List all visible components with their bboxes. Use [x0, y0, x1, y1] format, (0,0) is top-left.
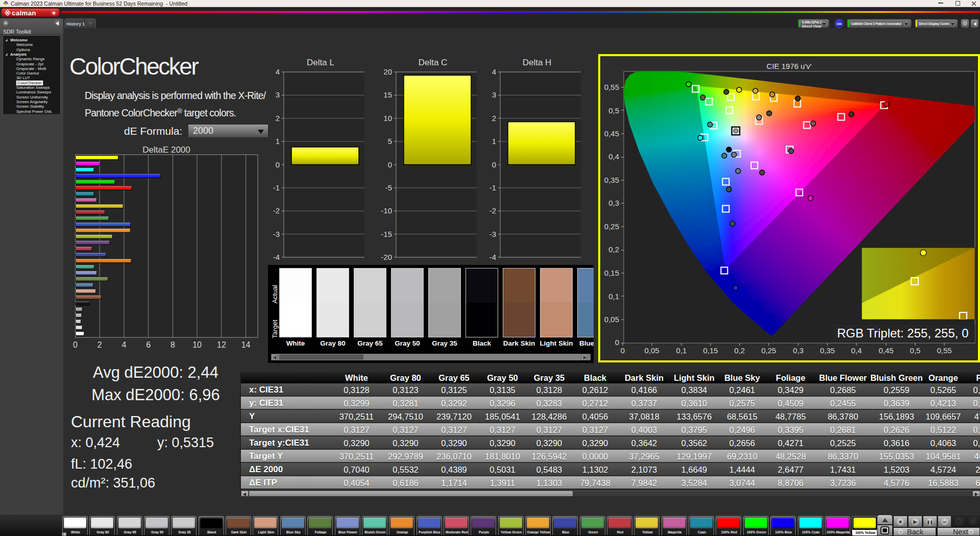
svg-text:-1: -1: [489, 183, 496, 192]
svg-text:0,2: 0,2: [734, 346, 745, 355]
svg-text:10: 10: [383, 114, 392, 123]
svg-text:0,05: 0,05: [644, 346, 659, 355]
svg-text:5: 5: [388, 137, 392, 145]
svg-text:0,25: 0,25: [604, 222, 619, 231]
svg-text:Delta L: Delta L: [307, 58, 334, 67]
svg-text:Delta C: Delta C: [419, 58, 448, 67]
svg-text:0,3: 0,3: [608, 199, 619, 207]
svg-text:-5: -5: [385, 183, 392, 192]
svg-text:2: 2: [492, 114, 496, 123]
svg-text:0: 0: [615, 338, 619, 347]
svg-text:0,5: 0,5: [910, 346, 921, 355]
svg-text:-4: -4: [489, 253, 496, 261]
svg-text:10: 10: [192, 340, 202, 349]
svg-text:-2: -2: [273, 206, 280, 215]
svg-text:0,15: 0,15: [604, 269, 619, 277]
svg-text:0: 0: [621, 346, 625, 355]
svg-text:0,1: 0,1: [676, 346, 687, 355]
svg-text:0: 0: [276, 160, 280, 169]
svg-text:12: 12: [217, 340, 226, 349]
svg-text:0,05: 0,05: [604, 315, 619, 324]
svg-text:0,35: 0,35: [820, 346, 835, 355]
svg-text:1: 1: [276, 137, 280, 145]
svg-text:0,1: 0,1: [608, 292, 619, 301]
svg-text:0,55: 0,55: [604, 83, 619, 91]
svg-text:-15: -15: [381, 230, 392, 238]
svg-text:0,45: 0,45: [604, 129, 619, 138]
svg-text:14: 14: [241, 340, 251, 349]
svg-text:-2: -2: [489, 206, 496, 215]
svg-text:CIE 1976 u'v': CIE 1976 u'v': [767, 62, 812, 70]
svg-text:0,4: 0,4: [608, 152, 619, 161]
svg-text:-20: -20: [381, 253, 392, 261]
svg-text:20: 20: [383, 67, 392, 76]
svg-text:0,35: 0,35: [604, 176, 619, 184]
svg-text:2: 2: [97, 340, 102, 349]
svg-text:-4: -4: [273, 253, 280, 261]
svg-text:6: 6: [146, 340, 151, 349]
svg-text:0: 0: [388, 160, 392, 169]
svg-text:4: 4: [122, 340, 127, 349]
svg-text:0,15: 0,15: [703, 346, 718, 355]
svg-text:0,45: 0,45: [878, 346, 893, 355]
svg-text:-1: -1: [273, 183, 280, 192]
svg-text:8: 8: [170, 340, 175, 349]
svg-text:0,55: 0,55: [937, 346, 951, 355]
svg-text:-10: -10: [381, 206, 392, 215]
svg-text:4: 4: [492, 67, 496, 76]
svg-text:4: 4: [276, 67, 280, 76]
svg-text:0,2: 0,2: [608, 245, 619, 254]
svg-text:3: 3: [492, 90, 496, 99]
svg-text:-3: -3: [273, 230, 280, 238]
svg-text:DeltaE 2000: DeltaE 2000: [142, 145, 190, 155]
svg-text:2: 2: [276, 114, 280, 123]
svg-text:3: 3: [276, 90, 280, 99]
svg-text:1: 1: [492, 137, 496, 145]
svg-text:-3: -3: [489, 230, 496, 238]
svg-text:0,4: 0,4: [851, 346, 862, 355]
svg-text:Delta H: Delta H: [523, 58, 552, 67]
svg-text:0,25: 0,25: [761, 346, 776, 355]
svg-text:0,5: 0,5: [608, 106, 619, 115]
svg-text:0: 0: [73, 340, 78, 349]
svg-text:RGB Triplet: 255, 255, 0: RGB Triplet: 255, 255, 0: [837, 326, 968, 340]
svg-text:15: 15: [383, 90, 392, 99]
svg-text:0,3: 0,3: [793, 346, 804, 355]
svg-text:0: 0: [492, 160, 496, 169]
